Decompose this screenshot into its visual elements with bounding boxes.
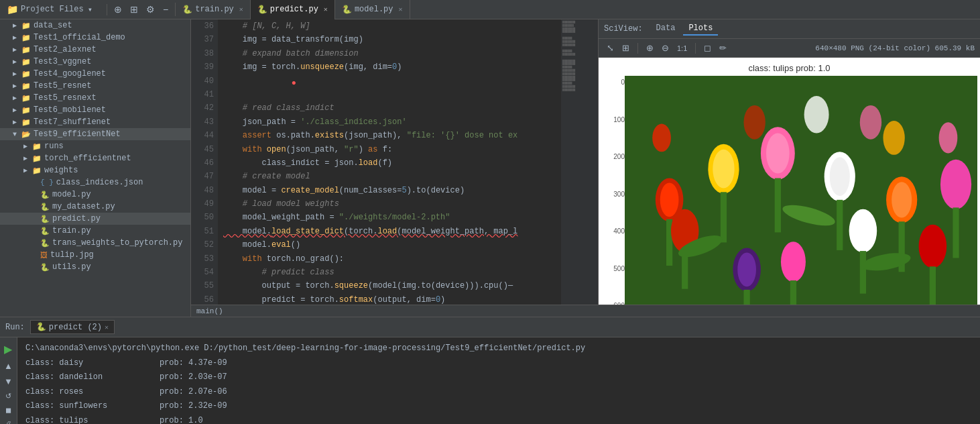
code-line: model.eval() bbox=[223, 238, 556, 252]
sciview-toolbar: ⤡ ⊞ ⊕ ⊖ 1:1 ◻ ✏ 640×480 PNG (24-bit colo… bbox=[599, 39, 980, 58]
folder-icon: 📁 bbox=[21, 70, 31, 78]
run-label: Run: bbox=[5, 323, 25, 332]
svg-point-10 bbox=[766, 133, 790, 173]
code-line: class_indict = json.load(f) bbox=[223, 156, 556, 170]
item-label: Test3_vggnet bbox=[34, 57, 91, 66]
sidebar-item-tulip[interactable]: 🖼 tulip.jpg bbox=[0, 249, 190, 261]
run-panel: Run: 🐍 predict (2) ✕ ▶ ▲ ▼ ↺ ◼ 🖨 C:\anac… bbox=[0, 317, 980, 424]
sidebar-item-test3[interactable]: ▶ 📁 Test3_vggnet bbox=[0, 56, 190, 68]
svg-point-7 bbox=[713, 150, 734, 189]
item-label: Test5_resnet bbox=[34, 81, 91, 91]
code-line: model = create_model(num_classes=5).to(d… bbox=[223, 184, 556, 197]
svg-rect-21 bbox=[744, 290, 750, 305]
project-title-label: Project Files bbox=[21, 5, 84, 14]
item-label: weights bbox=[44, 166, 78, 175]
predict-tab-close[interactable]: ✕ bbox=[324, 5, 328, 13]
add-button[interactable]: ⊕ bbox=[111, 3, 125, 16]
item-label: tulip.jpg bbox=[50, 250, 94, 260]
item-label: model.py bbox=[52, 190, 91, 199]
y-label: 100 bbox=[601, 116, 625, 123]
run-tab-close[interactable]: ✕ bbox=[105, 323, 109, 331]
sidebar-item-utils[interactable]: 🐍 utils.py bbox=[0, 261, 190, 273]
sidebar-item-weights[interactable]: ▶ 📁 weights bbox=[0, 164, 190, 176]
fit-button[interactable]: ⤡ bbox=[604, 42, 617, 54]
sidebar-item-mydataset[interactable]: 🐍 my_dataset.py bbox=[0, 201, 190, 213]
sidebar-item-model[interactable]: 🐍 model.py bbox=[0, 189, 190, 201]
arrow-icon: ▶ bbox=[11, 70, 19, 78]
code-line: # expand batch dimension bbox=[223, 47, 556, 60]
folder-icon: 📁 bbox=[21, 58, 31, 66]
sidebar-item-test5b[interactable]: ▶ 📁 Test5_resnext bbox=[0, 92, 190, 104]
code-line: output = torch.squeeze(model(img.to(devi… bbox=[223, 279, 556, 293]
tab-train[interactable]: 🐍 train.py ✕ bbox=[176, 0, 251, 19]
svg-point-17 bbox=[849, 209, 877, 253]
run-rerun-button[interactable]: ↺ bbox=[3, 390, 14, 402]
py-icon: 🐍 bbox=[40, 227, 50, 235]
one-to-one-button[interactable]: 1:1 bbox=[674, 43, 690, 54]
train-tab-icon: 🐍 bbox=[182, 5, 192, 15]
sidebar-item-dataset[interactable]: ▶ 📁 data_set bbox=[0, 19, 190, 32]
run-clear-button[interactable]: 🖨 bbox=[3, 419, 14, 424]
project-actions: ⊕ ⊞ ⚙ − bbox=[107, 3, 176, 16]
sciview-tab-plots[interactable]: Plots bbox=[683, 22, 718, 36]
sidebar-item-train[interactable]: 🐍 train.py bbox=[0, 225, 190, 237]
y-label: 400 bbox=[601, 227, 625, 235]
sidebar-item-test6[interactable]: ▶ 📁 Test6_mobilenet bbox=[0, 104, 190, 116]
sidebar-item-trans[interactable]: 🐍 trans_weights_to_pytorch.py bbox=[0, 237, 190, 249]
dropdown-icon[interactable]: ▾ bbox=[88, 5, 93, 15]
arrow-icon: ▶ bbox=[11, 21, 19, 30]
sidebar-item-test7[interactable]: ▶ 📁 Test7_shufflenet bbox=[0, 116, 190, 128]
folder-icon: 📁 bbox=[21, 94, 31, 103]
model-tab-close[interactable]: ✕ bbox=[398, 5, 402, 13]
y-label: 600 bbox=[601, 302, 625, 305]
train-tab-close[interactable]: ✕ bbox=[239, 5, 243, 13]
grid-button[interactable]: ⊞ bbox=[619, 42, 632, 54]
folder-icon: 📁 bbox=[32, 154, 42, 163]
sidebar-item-test4[interactable]: ▶ 📁 Test4_googlenet bbox=[0, 68, 190, 80]
sidebar-item-test1[interactable]: ▶ 📁 Test1_official_demo bbox=[0, 32, 190, 44]
svg-rect-11 bbox=[775, 178, 781, 232]
sciview-tab-data[interactable]: Data bbox=[651, 22, 681, 36]
project-files-title[interactable]: 📁 Project Files ▾ bbox=[0, 4, 107, 15]
sciview-tabs: Data Plots bbox=[651, 22, 719, 36]
pen-button[interactable]: ✏ bbox=[717, 42, 729, 54]
sidebar-item-test9[interactable]: ▼ 📂 Test9_efficientNet bbox=[0, 128, 190, 140]
y-label: 200 bbox=[601, 153, 625, 160]
minimize-button[interactable]: − bbox=[160, 3, 171, 16]
settings-button[interactable]: ⚙ bbox=[143, 3, 158, 16]
sidebar-item-class-json[interactable]: { } class_indices.json bbox=[0, 176, 190, 189]
item-label: Test9_efficientNet bbox=[34, 129, 121, 139]
sidebar-item-test2[interactable]: ▶ 📁 Test2_alexnet bbox=[0, 44, 190, 56]
code-editor[interactable]: 3637383940 4142434445 4647484950 5152535… bbox=[191, 19, 598, 305]
arrow-icon: ▶ bbox=[11, 106, 19, 114]
code-line: with open(json_path, "r") as f: bbox=[223, 143, 556, 156]
layout-button[interactable]: ⊞ bbox=[127, 3, 141, 16]
run-stop-button[interactable]: ◼ bbox=[3, 405, 14, 416]
minimap-content: ███████████████████████████████ ████████… bbox=[561, 19, 598, 93]
svg-rect-18 bbox=[860, 251, 866, 294]
sidebar-item-torch[interactable]: ▶ 📁 torch_efficientnet bbox=[0, 152, 190, 164]
sidebar-item-test5[interactable]: ▶ 📁 Test5_resnet bbox=[0, 80, 190, 92]
item-label: Test6_mobilenet bbox=[34, 105, 106, 115]
run-scroll-up-button[interactable]: ▲ bbox=[3, 360, 14, 372]
code-line: # load model weights bbox=[223, 197, 556, 211]
plot-area: 0 100 200 300 400 500 600 700 bbox=[601, 76, 977, 305]
svg-point-37 bbox=[860, 105, 881, 140]
tab-predict[interactable]: 🐍 predict.py ✕ bbox=[251, 0, 335, 19]
svg-point-23 bbox=[892, 182, 912, 217]
code-content[interactable]: # [N, C, H, W] img = data_transform(img)… bbox=[218, 19, 561, 305]
run-tab-predict[interactable]: 🐍 predict (2) ✕ bbox=[30, 320, 115, 334]
code-line: img = torch.unsqueeze(img, dim=0) ● bbox=[223, 60, 556, 101]
sidebar-item-runs[interactable]: ▶ 📁 runs bbox=[0, 140, 190, 152]
run-scroll-down-button[interactable]: ▼ bbox=[3, 375, 14, 388]
svg-point-2 bbox=[660, 182, 679, 217]
item-label: class_indices.json bbox=[56, 178, 143, 187]
zoom-out-button[interactable]: ⊖ bbox=[659, 42, 672, 54]
run-play-button[interactable]: ▶ bbox=[3, 341, 14, 357]
crop-button[interactable]: ◻ bbox=[701, 42, 714, 54]
zoom-in-button[interactable]: ⊕ bbox=[644, 42, 656, 54]
sidebar-item-predict[interactable]: 🐍 predict.py bbox=[0, 213, 190, 225]
y-axis: 0 100 200 300 400 500 600 700 bbox=[601, 76, 625, 305]
arrow-icon: ▶ bbox=[11, 94, 19, 102]
tab-model[interactable]: 🐍 model.py ✕ bbox=[335, 0, 410, 19]
